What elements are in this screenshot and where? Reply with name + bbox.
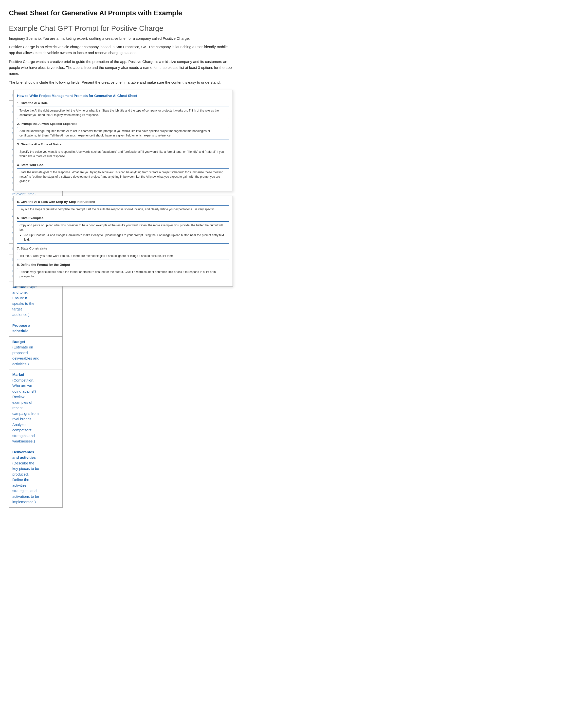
body-paragraph-1: Positive Charge is an electric vehicle c… (9, 44, 233, 56)
body-paragraph-3: The brief should include the following f… (9, 79, 233, 85)
step-box: Specify the voice you want it to respond… (17, 148, 229, 160)
scenario-line: Imaginary Scenario: You are a marketing … (9, 36, 233, 42)
step-bullet: Pro Tip: ChatGPT-4 and Google Gemini bot… (23, 233, 227, 242)
right-panel-1: How to Write Project Management Prompts … (13, 90, 233, 191)
step-number: 1. Give the AI a Role (17, 101, 229, 106)
scenario-text: : You are a marketing expert, crafting a… (41, 36, 190, 41)
body-paragraph-2: Positive Charge wants a creative brief t… (9, 59, 233, 77)
right-panels: How to Write Project Management Prompts … (13, 90, 233, 508)
step-number: 3. Give the AI a Tone of Voice (17, 142, 229, 147)
step-box: Lay out the steps required to complete t… (17, 205, 229, 213)
step-box: Provide very specific details about the … (17, 268, 229, 280)
step-box: Add the knowledge required for the AI to… (17, 127, 229, 139)
step-item: 3. Give the AI a Tone of VoiceSpecify th… (17, 142, 229, 160)
main-content: Project nameMain roles and responsibilit… (9, 90, 233, 508)
step-number: 8. Define the Format for the Output (17, 262, 229, 267)
right-panel-2: 5. Give the AI a Task with Step-by-Step … (13, 196, 233, 287)
step-item: 5. Give the AI a Task with Step-by-Step … (17, 200, 229, 213)
step-box: To give the AI the right perspective, te… (17, 107, 229, 119)
step-item: 2. Prompt the AI with Specific Expertise… (17, 122, 229, 140)
step-item: 7. State ConstraintsTell the AI what you… (17, 246, 229, 260)
step-number: 5. Give the AI a Task with Step-by-Step … (17, 200, 229, 204)
step-box: Copy and paste or upload what you consid… (17, 222, 229, 243)
step-number: 7. State Constraints (17, 246, 229, 251)
step-box: State the ultimate goal of the response.… (17, 168, 229, 185)
step-item: 6. Give ExamplesCopy and paste or upload… (17, 216, 229, 244)
step-number: 4. State Your Goal (17, 163, 229, 167)
step-number: 2. Prompt the AI with Specific Expertise (17, 122, 229, 126)
scenario-label: Imaginary Scenario (9, 36, 41, 41)
step-item: 1. Give the AI a RoleTo give the AI the … (17, 101, 229, 119)
page-title: Cheat Sheet for Generative AI Prompts wi… (9, 8, 233, 18)
step-number: 6. Give Examples (17, 216, 229, 220)
step-item: 4. State Your GoalState the ultimate goa… (17, 163, 229, 185)
step-item: 8. Define the Format for the OutputProvi… (17, 262, 229, 281)
section-title: Example Chat GPT Prompt for Positive Cha… (9, 23, 233, 34)
right-panel-1-title: How to Write Project Management Prompts … (17, 94, 229, 99)
step-box: Tell the AI what you don't want it to do… (17, 252, 229, 260)
